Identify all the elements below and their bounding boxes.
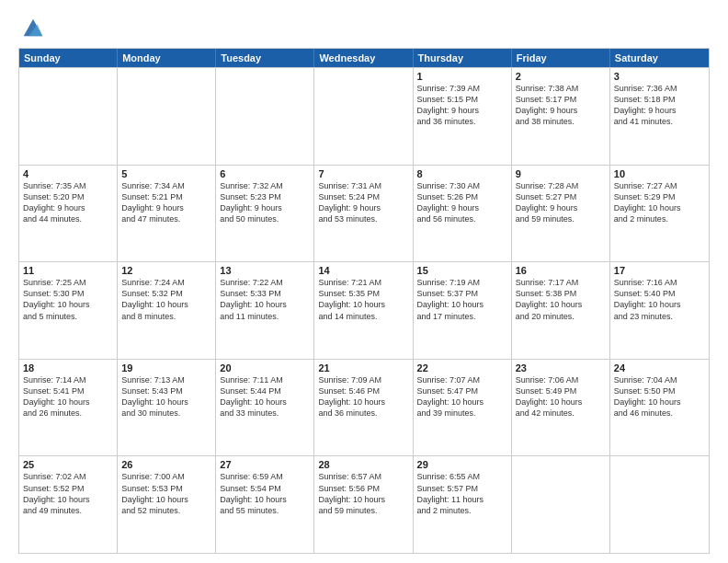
day-info: Sunrise: 7:06 AM Sunset: 5:49 PM Dayligh… [516,374,606,419]
day-info: Sunrise: 6:57 AM Sunset: 5:56 PM Dayligh… [318,471,408,516]
weekday-header-friday: Friday [512,49,610,67]
weekday-header-thursday: Thursday [414,49,512,67]
day-info: Sunrise: 7:09 AM Sunset: 5:46 PM Dayligh… [318,374,408,419]
day-info: Sunrise: 7:16 AM Sunset: 5:40 PM Dayligh… [614,277,705,322]
calendar: SundayMondayTuesdayWednesdayThursdayFrid… [18,48,710,554]
day-number: 3 [614,71,705,82]
calendar-cell-r3c3: 21Sunrise: 7:09 AM Sunset: 5:46 PM Dayli… [314,360,413,456]
day-number: 7 [318,168,408,179]
day-number: 27 [220,459,310,470]
calendar-cell-r3c1: 19Sunrise: 7:13 AM Sunset: 5:43 PM Dayli… [118,360,216,456]
day-info: Sunrise: 7:22 AM Sunset: 5:33 PM Dayligh… [220,277,310,322]
calendar-cell-r4c2: 27Sunrise: 6:59 AM Sunset: 5:54 PM Dayli… [216,456,314,553]
calendar-cell-r2c4: 15Sunrise: 7:19 AM Sunset: 5:37 PM Dayli… [414,262,512,359]
day-info: Sunrise: 7:14 AM Sunset: 5:41 PM Dayligh… [23,374,113,419]
calendar-cell-r2c0: 11Sunrise: 7:25 AM Sunset: 5:30 PM Dayli… [19,262,118,359]
day-number: 28 [318,459,408,470]
day-info: Sunrise: 7:13 AM Sunset: 5:43 PM Dayligh… [121,374,211,419]
logo [18,15,46,40]
calendar-cell-r2c5: 16Sunrise: 7:17 AM Sunset: 5:38 PM Dayli… [512,262,610,359]
weekday-header-wednesday: Wednesday [314,49,413,67]
weekday-header-saturday: Saturday [610,49,709,67]
calendar-cell-r1c3: 7Sunrise: 7:31 AM Sunset: 5:24 PM Daylig… [314,166,413,262]
day-number: 13 [220,265,310,276]
calendar-row-5: 25Sunrise: 7:02 AM Sunset: 5:52 PM Dayli… [19,455,709,553]
calendar-cell-r1c1: 5Sunrise: 7:34 AM Sunset: 5:21 PM Daylig… [118,166,216,262]
calendar-cell-r4c6 [610,456,709,553]
day-number: 17 [614,265,705,276]
calendar-cell-r3c0: 18Sunrise: 7:14 AM Sunset: 5:41 PM Dayli… [19,360,118,456]
day-info: Sunrise: 7:00 AM Sunset: 5:53 PM Dayligh… [121,471,211,516]
day-number: 2 [516,71,606,82]
calendar-cell-r4c4: 29Sunrise: 6:55 AM Sunset: 5:57 PM Dayli… [414,456,512,553]
day-info: Sunrise: 6:55 AM Sunset: 5:57 PM Dayligh… [417,471,507,516]
day-number: 25 [23,459,113,470]
day-number: 8 [417,168,507,179]
day-number: 22 [417,362,507,373]
calendar-cell-r3c2: 20Sunrise: 7:11 AM Sunset: 5:44 PM Dayli… [216,360,314,456]
calendar-cell-r2c3: 14Sunrise: 7:21 AM Sunset: 5:35 PM Dayli… [314,262,413,359]
calendar-cell-r2c1: 12Sunrise: 7:24 AM Sunset: 5:32 PM Dayli… [118,262,216,359]
day-number: 11 [23,265,113,276]
day-number: 20 [220,362,310,373]
day-number: 6 [220,168,310,179]
weekday-header-monday: Monday [118,49,216,67]
day-number: 10 [614,168,705,179]
day-info: Sunrise: 7:30 AM Sunset: 5:26 PM Dayligh… [417,180,507,225]
day-number: 14 [318,265,408,276]
day-info: Sunrise: 7:24 AM Sunset: 5:32 PM Dayligh… [121,277,211,322]
day-info: Sunrise: 7:39 AM Sunset: 5:15 PM Dayligh… [417,83,507,128]
day-info: Sunrise: 7:27 AM Sunset: 5:29 PM Dayligh… [614,180,705,225]
calendar-cell-r3c4: 22Sunrise: 7:07 AM Sunset: 5:47 PM Dayli… [414,360,512,456]
day-info: Sunrise: 7:02 AM Sunset: 5:52 PM Dayligh… [23,471,113,516]
calendar-row-1: 1Sunrise: 7:39 AM Sunset: 5:15 PM Daylig… [19,67,709,165]
calendar-cell-r2c6: 17Sunrise: 7:16 AM Sunset: 5:40 PM Dayli… [610,262,709,359]
day-info: Sunrise: 7:34 AM Sunset: 5:21 PM Dayligh… [121,180,211,225]
calendar-cell-r1c0: 4Sunrise: 7:35 AM Sunset: 5:20 PM Daylig… [19,166,118,262]
day-number: 29 [417,459,507,470]
calendar-cell-r2c2: 13Sunrise: 7:22 AM Sunset: 5:33 PM Dayli… [216,262,314,359]
day-number: 12 [121,265,211,276]
day-number: 16 [516,265,606,276]
calendar-cell-r3c6: 24Sunrise: 7:04 AM Sunset: 5:50 PM Dayli… [610,360,709,456]
day-number: 5 [121,168,211,179]
calendar-cell-r3c5: 23Sunrise: 7:06 AM Sunset: 5:49 PM Dayli… [512,360,610,456]
calendar-cell-r0c2 [216,68,314,165]
day-number: 19 [121,362,211,373]
day-info: Sunrise: 7:32 AM Sunset: 5:23 PM Dayligh… [220,180,310,225]
calendar-cell-r0c5: 2Sunrise: 7:38 AM Sunset: 5:17 PM Daylig… [512,68,610,165]
calendar-row-3: 11Sunrise: 7:25 AM Sunset: 5:30 PM Dayli… [19,261,709,359]
day-info: Sunrise: 7:36 AM Sunset: 5:18 PM Dayligh… [614,83,705,128]
day-number: 1 [417,71,507,82]
day-number: 18 [23,362,113,373]
day-info: Sunrise: 7:04 AM Sunset: 5:50 PM Dayligh… [614,374,705,419]
calendar-cell-r4c0: 25Sunrise: 7:02 AM Sunset: 5:52 PM Dayli… [19,456,118,553]
day-info: Sunrise: 7:35 AM Sunset: 5:20 PM Dayligh… [23,180,113,225]
day-info: Sunrise: 7:31 AM Sunset: 5:24 PM Dayligh… [318,180,408,225]
calendar-row-4: 18Sunrise: 7:14 AM Sunset: 5:41 PM Dayli… [19,359,709,456]
day-info: Sunrise: 7:11 AM Sunset: 5:44 PM Dayligh… [220,374,310,419]
calendar-cell-r0c4: 1Sunrise: 7:39 AM Sunset: 5:15 PM Daylig… [414,68,512,165]
day-number: 26 [121,459,211,470]
calendar-row-2: 4Sunrise: 7:35 AM Sunset: 5:20 PM Daylig… [19,165,709,262]
day-number: 9 [516,168,606,179]
day-info: Sunrise: 7:07 AM Sunset: 5:47 PM Dayligh… [417,374,507,419]
calendar-cell-r4c3: 28Sunrise: 6:57 AM Sunset: 5:56 PM Dayli… [314,456,413,553]
logo-icon [20,15,46,40]
calendar-cell-r4c5 [512,456,610,553]
calendar-cell-r0c3 [314,68,413,165]
calendar-cell-r0c1 [118,68,216,165]
day-info: Sunrise: 7:17 AM Sunset: 5:38 PM Dayligh… [516,277,606,322]
day-number: 24 [614,362,705,373]
day-info: Sunrise: 7:38 AM Sunset: 5:17 PM Dayligh… [516,83,606,128]
calendar-cell-r0c6: 3Sunrise: 7:36 AM Sunset: 5:18 PM Daylig… [610,68,709,165]
page: SundayMondayTuesdayWednesdayThursdayFrid… [0,0,728,563]
calendar-cell-r1c4: 8Sunrise: 7:30 AM Sunset: 5:26 PM Daylig… [414,166,512,262]
calendar-cell-r4c1: 26Sunrise: 7:00 AM Sunset: 5:53 PM Dayli… [118,456,216,553]
weekday-header-tuesday: Tuesday [216,49,314,67]
calendar-cell-r0c0 [19,68,118,165]
day-info: Sunrise: 7:25 AM Sunset: 5:30 PM Dayligh… [23,277,113,322]
weekday-header-sunday: Sunday [19,49,118,67]
calendar-cell-r1c5: 9Sunrise: 7:28 AM Sunset: 5:27 PM Daylig… [512,166,610,262]
calendar-body: 1Sunrise: 7:39 AM Sunset: 5:15 PM Daylig… [19,67,709,553]
